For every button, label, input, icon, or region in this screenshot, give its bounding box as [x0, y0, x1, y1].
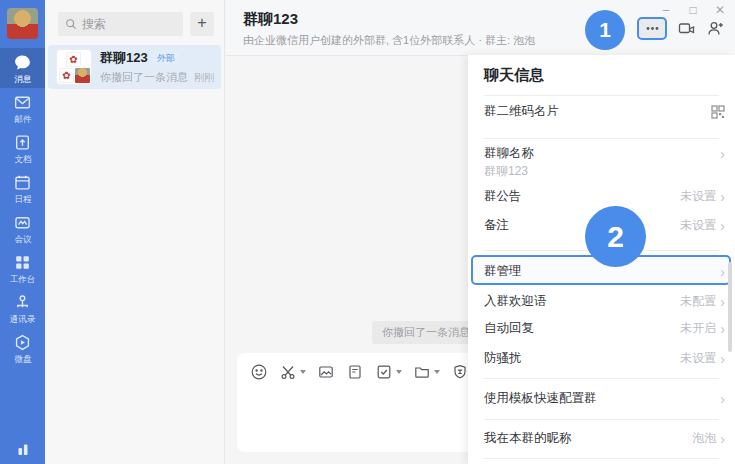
nav-label: 通讯录 — [10, 314, 36, 324]
red-packet-button[interactable] — [451, 363, 469, 381]
nav-item-contacts[interactable]: 通讯录 — [0, 288, 45, 328]
qr-code-icon — [711, 105, 725, 119]
conversation-subtitle: 由企业微信用户创建的外部群, 含1位外部联系人 · 群主: 泡泡 — [243, 33, 535, 48]
group-name-row[interactable]: 群聊名称 › — [484, 145, 725, 162]
nav-item-messages[interactable]: 消息 — [0, 48, 45, 88]
row-label: 群管理 — [484, 263, 522, 280]
conversation-header: 群聊123 由企业微信用户创建的外部群, 含1位外部联系人 · 群主: 泡泡 –… — [226, 0, 735, 55]
conversation-title: 群聊123 — [243, 10, 298, 29]
chevron-right-icon: › — [720, 148, 725, 160]
nav-item-workbench[interactable]: 工作台 — [0, 248, 45, 288]
search-icon — [65, 18, 77, 30]
note-button[interactable] — [346, 363, 364, 381]
external-badge: 外部 — [153, 52, 179, 65]
window-controls: – □ ✕ — [659, 3, 727, 17]
video-call-icon — [677, 19, 696, 38]
bar-chart-icon — [14, 440, 32, 458]
avatar-tile-flower: ✿ — [59, 68, 74, 83]
meeting-icon — [13, 213, 32, 232]
nav-rail: 消息 邮件 文档 日程 会议 工作台 — [0, 0, 45, 464]
welcome-message-row[interactable]: 入群欢迎语 未配置 › — [484, 293, 725, 310]
row-label: 自动回复 — [484, 320, 534, 337]
drive-icon — [13, 333, 32, 352]
panel-divider — [484, 95, 719, 96]
annotation-step-2: 2 — [585, 206, 646, 267]
panel-divider — [484, 419, 719, 420]
emoji-icon — [250, 363, 268, 381]
search-input[interactable]: 搜索 — [58, 12, 183, 36]
chat-settings-more-button[interactable] — [637, 17, 667, 40]
wecom-app-window: 消息 邮件 文档 日程 会议 工作台 — [0, 0, 735, 464]
row-label: 防骚扰 — [484, 350, 522, 367]
row-status: 未开启 — [680, 320, 716, 337]
chat-list-item-selected[interactable]: ✿ ✿ 群聊123 外部 你撤回了一条消息 刚刚 — [48, 45, 221, 89]
panel-scrollbar[interactable] — [728, 262, 732, 352]
nav-item-mail[interactable]: 邮件 — [0, 88, 45, 128]
group-avatar: ✿ ✿ — [56, 49, 92, 85]
nav-label: 消息 — [14, 74, 31, 84]
row-label: 群二维码名片 — [484, 103, 559, 120]
dropdown-caret-icon — [434, 370, 440, 374]
chevron-right-icon: › — [720, 353, 725, 365]
maximize-button[interactable]: □ — [686, 3, 700, 17]
group-qr-row[interactable]: 群二维码名片 — [484, 103, 725, 120]
row-status: 未配置 — [680, 293, 716, 310]
close-button[interactable]: ✕ — [713, 3, 727, 17]
calendar-icon — [13, 173, 32, 192]
stats-button[interactable] — [0, 440, 45, 458]
grid-icon — [13, 253, 32, 272]
auto-reply-row[interactable]: 自动回复 未开启 › — [484, 320, 725, 337]
todo-button[interactable] — [375, 363, 402, 381]
row-label: 我在本群的昵称 — [484, 430, 572, 447]
nav-item-docs[interactable]: 文档 — [0, 128, 45, 168]
chevron-right-icon: › — [720, 220, 725, 232]
header-divider — [226, 55, 469, 56]
image-button[interactable] — [317, 363, 335, 381]
row-status: 未设置 — [680, 188, 716, 205]
group-management-row[interactable]: 群管理 › — [484, 263, 725, 280]
nav-label: 文档 — [14, 154, 31, 164]
chevron-right-icon: › — [720, 323, 725, 335]
row-label: 备注 — [484, 217, 509, 234]
nav-item-meeting[interactable]: 会议 — [0, 208, 45, 248]
add-member-button[interactable] — [706, 19, 725, 38]
anti-spam-row[interactable]: 防骚扰 未设置 › — [484, 350, 725, 367]
row-label: 入群欢迎语 — [484, 293, 547, 310]
dropdown-caret-icon — [396, 370, 402, 374]
badge-shield-icon — [451, 363, 469, 381]
folder-icon — [413, 363, 431, 381]
row-label: 使用模板快速配置群 — [484, 390, 597, 407]
ellipsis-icon — [643, 19, 662, 38]
group-name-value: 群聊123 — [484, 163, 528, 180]
template-config-row[interactable]: 使用模板快速配置群 › — [484, 390, 725, 407]
image-icon — [317, 363, 335, 381]
chat-item-preview: 你撤回了一条消息 — [100, 70, 190, 85]
chevron-right-icon: › — [720, 191, 725, 203]
avatar-tile-flower: ✿ — [66, 52, 81, 67]
row-status: 泡泡 — [692, 430, 716, 447]
chevron-right-icon: › — [720, 433, 725, 445]
file-button[interactable] — [413, 363, 440, 381]
screenshot-button[interactable] — [279, 363, 306, 381]
nav-item-drive[interactable]: 微盘 — [0, 328, 45, 368]
minimize-button[interactable]: – — [659, 3, 673, 17]
nav-item-calendar[interactable]: 日程 — [0, 168, 45, 208]
avatar-tile-person — [75, 68, 90, 83]
my-nickname-row[interactable]: 我在本群的昵称 泡泡 › — [484, 430, 725, 447]
user-avatar[interactable] — [7, 8, 38, 39]
group-announcement-row[interactable]: 群公告 未设置 › — [484, 188, 725, 205]
chevron-right-icon: › — [720, 393, 725, 405]
chat-list-panel: 搜索 + ✿ ✿ 群聊123 外部 你撤回了一条消息 刚刚 — [45, 0, 225, 464]
document-icon — [13, 133, 32, 152]
panel-divider — [484, 138, 719, 139]
chat-item-title: 群聊123 — [100, 49, 148, 67]
recalled-message-notice: 你撤回了一条消息 — [372, 321, 480, 344]
start-meeting-button[interactable] — [677, 19, 696, 38]
nav-label: 微盘 — [14, 354, 31, 364]
new-chat-button[interactable]: + — [190, 12, 214, 36]
annotation-step-1: 1 — [585, 10, 625, 50]
todo-icon — [375, 363, 393, 381]
add-person-icon — [706, 19, 725, 38]
emoji-button[interactable] — [250, 363, 268, 381]
dropdown-caret-icon — [300, 370, 306, 374]
